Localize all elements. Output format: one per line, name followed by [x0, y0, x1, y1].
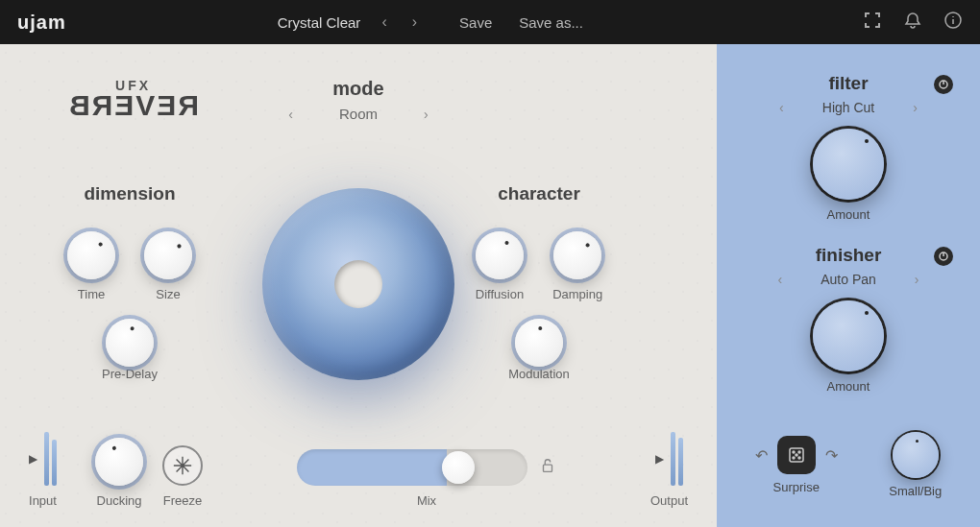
predelay-knob[interactable]: [106, 319, 154, 367]
finisher-amount-knob[interactable]: [813, 300, 884, 371]
mode-prev-button[interactable]: ‹: [288, 107, 293, 122]
info-icon[interactable]: [943, 11, 963, 34]
main-panel: UFX REVERB mode ‹ Room › dimension Time: [0, 44, 717, 527]
brand: UFX REVERB: [67, 78, 199, 122]
output-meter: ▶: [655, 432, 683, 486]
undo-button[interactable]: ↶: [755, 446, 768, 465]
diffusion-label: Diffusion: [476, 287, 524, 301]
mode-title: mode: [288, 78, 428, 100]
dimension-title: dimension: [38, 183, 221, 204]
logo: ujam: [17, 12, 66, 34]
size-knob[interactable]: [144, 231, 192, 279]
snowflake-icon: [172, 455, 193, 476]
diffusion-knob[interactable]: [476, 231, 524, 279]
finisher-value[interactable]: Auto Pan: [821, 272, 876, 287]
output-label: Output: [650, 493, 688, 508]
mode-value[interactable]: Room: [339, 106, 378, 122]
ducking-label: Ducking: [97, 493, 142, 508]
svg-point-6: [798, 451, 800, 453]
svg-rect-1: [543, 465, 551, 471]
brand-reverb: REVERB: [67, 89, 199, 122]
filter-title: filter: [828, 73, 868, 94]
mode-knob[interactable]: [262, 188, 454, 380]
smallbig-knob[interactable]: [893, 432, 939, 478]
svg-point-9: [798, 457, 800, 459]
input-meter: ▶: [29, 432, 57, 486]
ducking-knob[interactable]: [95, 438, 143, 486]
bell-icon[interactable]: [903, 11, 922, 34]
dice-icon: [787, 445, 806, 465]
filter-amount-label: Amount: [827, 207, 870, 222]
filter-next-button[interactable]: ›: [913, 100, 918, 115]
filter-amount-knob[interactable]: [813, 129, 884, 200]
damping-label: Damping: [552, 287, 602, 301]
filter-power-button[interactable]: [934, 75, 953, 94]
input-label: Input: [29, 493, 57, 508]
fx-panel: filter ‹ High Cut › Amount finisher ‹ Au…: [717, 44, 980, 527]
mix-thumb[interactable]: [442, 451, 475, 484]
preset-name[interactable]: Crystal Clear: [278, 14, 361, 31]
preset-prev-button[interactable]: ‹: [378, 10, 390, 35]
svg-point-8: [793, 457, 795, 459]
time-label: Time: [78, 287, 105, 301]
save-button[interactable]: Save: [459, 14, 492, 31]
mode-next-button[interactable]: ›: [424, 107, 429, 122]
top-bar: ujam Crystal Clear ‹ › Save Save as...: [0, 0, 980, 44]
filter-value[interactable]: High Cut: [822, 100, 874, 115]
finisher-next-button[interactable]: ›: [915, 272, 919, 287]
preset-next-button[interactable]: ›: [408, 10, 421, 35]
modulation-knob[interactable]: [515, 319, 563, 367]
mix-slider[interactable]: [297, 449, 527, 486]
lock-icon[interactable]: [539, 457, 556, 478]
saveas-button[interactable]: Save as...: [519, 14, 583, 31]
time-knob[interactable]: [67, 231, 115, 279]
finisher-amount-label: Amount: [827, 379, 870, 394]
finisher-title: finisher: [816, 245, 882, 266]
size-label: Size: [156, 287, 180, 301]
play-icon: ▶: [655, 452, 664, 466]
damping-knob[interactable]: [553, 231, 601, 279]
predelay-label: Pre-Delay: [102, 367, 158, 381]
freeze-button[interactable]: [162, 445, 203, 486]
fullscreen-icon[interactable]: [863, 11, 882, 34]
filter-prev-button[interactable]: ‹: [779, 100, 784, 115]
character-title: character: [443, 183, 635, 204]
modulation-label: Modulation: [508, 367, 570, 381]
surprise-button[interactable]: [777, 436, 816, 474]
surprise-label: Surprise: [773, 480, 820, 494]
finisher-prev-button[interactable]: ‹: [778, 272, 783, 287]
redo-button[interactable]: ↷: [825, 446, 838, 465]
smallbig-label: Small/Big: [889, 484, 942, 498]
svg-point-5: [793, 451, 795, 453]
finisher-power-button[interactable]: [934, 247, 953, 266]
play-icon: ▶: [29, 452, 37, 466]
freeze-label: Freeze: [163, 493, 202, 508]
mix-label: Mix: [417, 493, 436, 508]
svg-point-7: [796, 454, 797, 456]
